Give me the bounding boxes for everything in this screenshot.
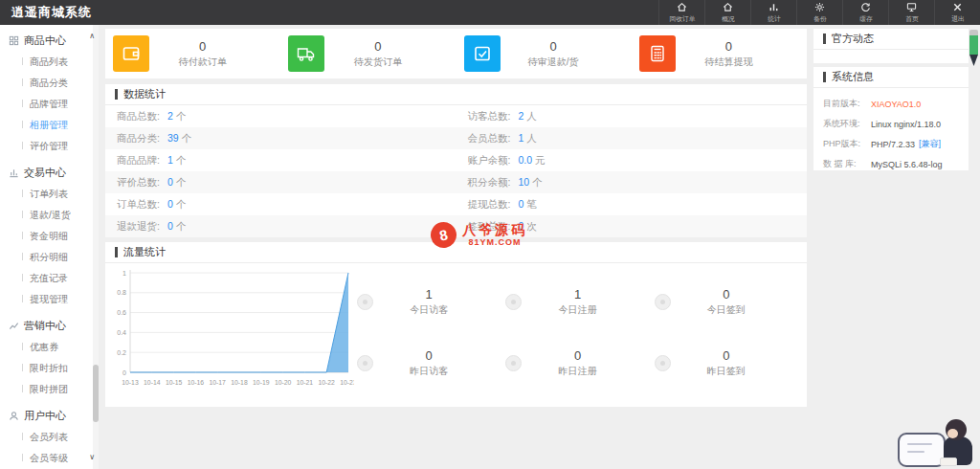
topbar-item-backup[interactable]: 备份 <box>796 0 842 25</box>
system-info-rows: 目前版本: XIAOYAO1.0 系统环境: Linux nginx/1.18.… <box>813 88 969 174</box>
sidebar-item-review-management[interactable]: 评价管理 <box>0 136 99 157</box>
stat-yesterday-visitors: 0昨日访客 <box>349 332 498 393</box>
stat-unit: 个 <box>176 220 187 232</box>
scroll-up-icon[interactable]: ∧ <box>89 33 95 40</box>
stat-label: 昨日注册 <box>522 365 633 378</box>
topbar-item-homepage[interactable]: 首页 <box>888 0 934 25</box>
close-icon <box>952 2 963 12</box>
trend-icon <box>9 321 19 331</box>
stat-today-registrations: 1今日注册 <box>498 271 646 332</box>
home-icon <box>723 2 733 12</box>
stat-unit: 个 <box>176 198 187 210</box>
sidebar-item-refund-return[interactable]: 退款/退货 <box>0 205 99 226</box>
stat-unit: 元 <box>535 154 546 166</box>
data-stats-title: 数据统计 <box>105 84 807 105</box>
topbar-item-label: 概况 <box>722 13 735 22</box>
sidebar-item-coupons[interactable]: 优惠券 <box>0 337 99 358</box>
sidebar-section-trade[interactable]: 交易中心 <box>0 157 99 184</box>
stat-value: 2 <box>167 110 173 122</box>
table-row: 商品品牌:1个 账户余额:0.0元 <box>105 149 807 171</box>
stat-yesterday-checkins: 0昨日签到 <box>647 332 795 393</box>
stat-label: 退款退货: <box>117 220 160 232</box>
traffic-panel: 流量统计 00.20.40.60.8110-1310-1410-1510-161… <box>105 242 807 407</box>
topbar-item-label: 首页 <box>905 13 919 22</box>
sidebar-item-flash-discount[interactable]: 限时折扣 <box>0 358 99 379</box>
calculator-icon <box>639 35 676 72</box>
scroll-down-icon[interactable]: ∨ <box>89 454 95 461</box>
sidebar-item-album-management[interactable]: 相册管理 <box>0 115 99 136</box>
svg-text:0: 0 <box>122 369 126 376</box>
checkin-icon <box>655 294 671 310</box>
stat-value: 0 <box>167 176 173 188</box>
sidebar-item-product-list[interactable]: 商品列表 <box>0 52 99 73</box>
card-pending-shipment[interactable]: 0 待发货订单 <box>280 29 456 78</box>
sidebar-item-points-detail[interactable]: 积分明细 <box>0 247 99 268</box>
topbar-item-recycle-orders[interactable]: 回收订单 <box>658 0 704 25</box>
card-label: 待付款订单 <box>149 56 256 69</box>
topbar-item-logout[interactable]: 退出 <box>934 0 980 25</box>
data-stats-panel: 数据统计 商品总数:2个 访客总数:2人 商品分类:39个 会员总数:1人 商品… <box>105 84 807 236</box>
table-row: 订单总数:0个 提现总数:0笔 <box>105 193 807 215</box>
svg-text:10-18: 10-18 <box>231 379 248 386</box>
stat-unit: 个 <box>176 176 187 188</box>
topbar-item-overview[interactable]: 概况 <box>704 0 750 25</box>
stat-unit: 个 <box>182 132 192 144</box>
card-pending-refund-review[interactable]: 0 待审退款/货 <box>457 29 632 78</box>
sidebar-scrollbar-thumb[interactable] <box>93 365 99 422</box>
traffic-title: 流量统计 <box>105 242 807 263</box>
sidebar-item-funds-detail[interactable]: 资金明细 <box>0 226 99 247</box>
sys-value: PHP/7.2.33 <box>871 140 915 149</box>
stat-unit: 次 <box>526 220 537 232</box>
list-item: PHP版本: PHP/7.2.33 [兼容] <box>823 134 969 154</box>
mascot-book <box>940 458 957 466</box>
data-stats-rows: 商品总数:2个 访客总数:2人 商品分类:39个 会员总数:1人 商品品牌:1个… <box>105 105 807 237</box>
card-pending-settlement[interactable]: 0 待结算提现 <box>632 29 807 78</box>
topbar-item-cache[interactable]: 缓存 <box>842 0 888 25</box>
sys-value-version: XIAOYAO1.0 <box>871 100 921 109</box>
php-compat-link[interactable]: [兼容] <box>919 138 941 150</box>
stat-value: 0 <box>671 348 782 363</box>
stat-unit: 个 <box>532 176 543 188</box>
stat-value: 1 <box>373 287 484 302</box>
stat-label: 今日访客 <box>373 303 484 317</box>
sidebar-item-order-list[interactable]: 订单列表 <box>0 184 99 205</box>
stat-value: 1 <box>518 132 523 144</box>
sidebar-item-recharge-records[interactable]: 充值记录 <box>0 268 99 289</box>
sidebar-item-product-category[interactable]: 商品分类 <box>0 73 99 94</box>
card-value: 0 <box>149 39 256 54</box>
svg-text:10-19: 10-19 <box>253 379 270 386</box>
pencil-decoration <box>969 30 978 66</box>
sidebar-item-group-buy[interactable]: 限时拼团 <box>0 379 99 400</box>
list-item: 目前版本: XIAOYAO1.0 <box>823 94 969 114</box>
sidebar-section-label: 营销中心 <box>24 319 66 333</box>
svg-text:10-20: 10-20 <box>275 379 292 386</box>
card-value: 0 <box>324 39 431 54</box>
sidebar-item-member-level[interactable]: 会员等级 <box>0 448 99 469</box>
svg-text:10-21: 10-21 <box>297 379 314 386</box>
stat-unit: 笔 <box>526 198 537 210</box>
table-row: 退款退货:0个 签到总数:0次 <box>105 215 807 237</box>
stat-value: 10 <box>518 176 529 188</box>
sidebar-section-marketing[interactable]: 营销中心 <box>0 310 99 337</box>
stat-value: 0.0 <box>518 154 532 166</box>
sys-value: MySQLi 5.6.48-log <box>871 160 943 169</box>
sidebar-scrollbar <box>93 25 99 469</box>
svg-text:0.4: 0.4 <box>117 329 126 336</box>
sidebar-section-products[interactable]: 商品中心 <box>0 25 99 52</box>
sidebar-item-member-list[interactable]: 会员列表 <box>0 427 99 448</box>
stat-value: 0 <box>522 348 633 363</box>
topbar: 逍遥商城系统 回收订单 概况 统计 备份 <box>0 0 980 25</box>
stat-label: 商品品牌: <box>117 154 160 166</box>
sidebar-item-brand-management[interactable]: 品牌管理 <box>0 94 99 115</box>
sidebar-section-label: 交易中心 <box>24 166 66 180</box>
topbar-item-statistics[interactable]: 统计 <box>750 0 796 25</box>
sys-label: 目前版本: <box>823 98 871 110</box>
svg-text:0.8: 0.8 <box>117 289 126 296</box>
sidebar-item-withdrawal-management[interactable]: 提现管理 <box>0 289 99 310</box>
official-news-panel: 官方动态 <box>813 29 969 63</box>
card-pending-payment[interactable]: 0 待付款订单 <box>105 29 280 78</box>
stat-value: 0 <box>167 198 173 210</box>
stat-label: 昨日访客 <box>373 365 484 378</box>
sidebar-section-users[interactable]: 用户中心 <box>0 400 99 427</box>
stat-label: 商品分类: <box>117 132 160 144</box>
